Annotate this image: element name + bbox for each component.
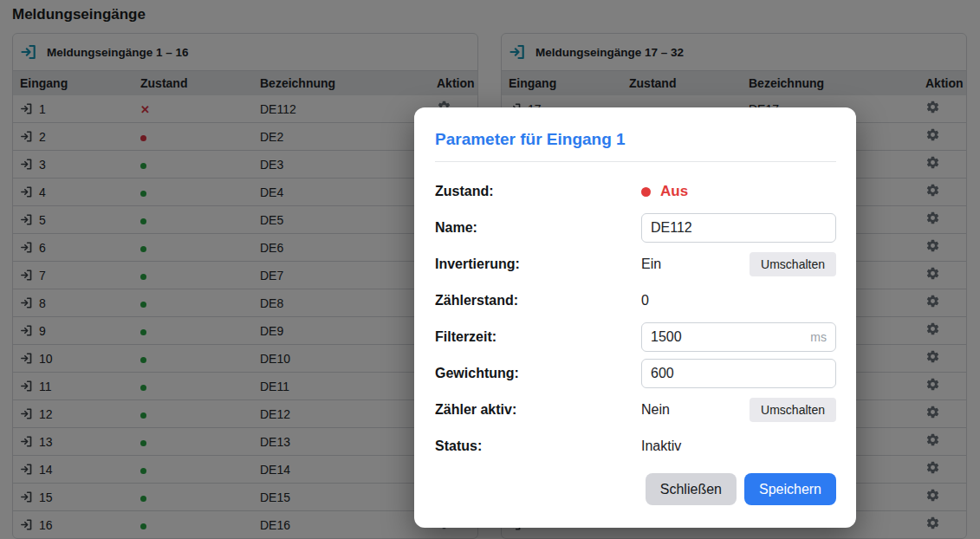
field-row-zustand: Zustand: Aus (435, 177, 836, 206)
field-row-zaehler-aktiv: Zähler aktiv: Nein Umschalten (435, 395, 836, 425)
field-row-zaehlerstand: Zählerstand: 0 (435, 286, 836, 315)
dialog-title: Parameter für Eingang 1 (435, 130, 836, 149)
close-button[interactable]: Schließen (646, 473, 737, 505)
zaehler-aktiv-value: Nein (641, 402, 670, 418)
zaehler-aktiv-toggle-button[interactable]: Umschalten (750, 398, 836, 422)
filterzeit-input[interactable] (641, 322, 836, 352)
state-off-dot (641, 187, 651, 197)
field-row-status: Status: Inaktiv (435, 432, 836, 461)
status-value: Inaktiv (641, 438, 681, 454)
field-row-gewichtung: Gewichtung: (435, 359, 836, 388)
status-label: Status: (435, 438, 641, 454)
zaehlerstand-value: 0 (641, 293, 649, 308)
gewichtung-input[interactable] (641, 359, 836, 388)
invertierung-toggle-button[interactable]: Umschalten (750, 252, 836, 276)
zaehler-aktiv-label: Zähler aktiv: (435, 402, 641, 418)
zaehlerstand-label: Zählerstand: (435, 293, 641, 308)
parameter-dialog: Parameter für Eingang 1 Zustand: Aus Nam… (414, 107, 856, 528)
divider (435, 161, 836, 162)
field-row-filterzeit: Filterzeit: ms (435, 322, 836, 352)
zustand-label: Zustand: (435, 184, 641, 199)
gewichtung-label: Gewichtung: (435, 366, 641, 381)
field-row-name: Name: (435, 213, 836, 243)
dialog-footer: Schließen Speichern (435, 473, 836, 505)
filterzeit-label: Filterzeit: (435, 329, 641, 345)
zustand-value: Aus (660, 183, 688, 200)
invertierung-value: Ein (641, 257, 661, 272)
field-row-invertierung: Invertierung: Ein Umschalten (435, 250, 836, 279)
name-input[interactable] (641, 213, 836, 243)
invertierung-label: Invertierung: (435, 257, 641, 272)
name-label: Name: (435, 220, 641, 236)
save-button[interactable]: Speichern (744, 473, 836, 505)
